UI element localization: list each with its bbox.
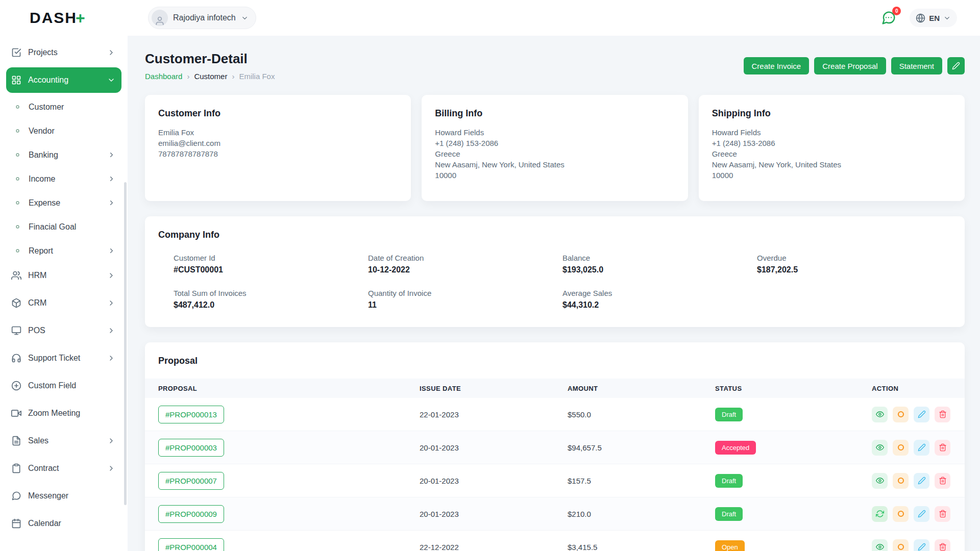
sidebar-item-projects[interactable]: Projects [6, 40, 121, 65]
sidebar-item-custom-field[interactable]: Custom Field [6, 373, 121, 398]
proposal-id-link[interactable]: #PROP000013 [158, 406, 224, 423]
sidebar-item-accounting[interactable]: Accounting [6, 67, 121, 93]
breadcrumb-separator [232, 72, 234, 81]
messages-button[interactable]: 0 [881, 10, 896, 26]
breadcrumb-customer-link[interactable]: Customer [194, 72, 227, 81]
sidebar-item-support-ticket[interactable]: Support Ticket [6, 345, 121, 371]
shipping-info-lines: Howard Fields +1 (248) 153-2086 Greece N… [712, 127, 951, 181]
breadcrumb-separator [187, 72, 189, 81]
convert-to-invoice-button[interactable] [893, 506, 909, 522]
convert-to-invoice-button[interactable] [893, 539, 909, 551]
view-proposal-button[interactable] [872, 539, 888, 551]
trash-icon [939, 477, 947, 485]
billing-info-lines: Howard Fields +1 (248) 153-2086 Greece N… [435, 127, 674, 181]
sidebar-item-financial-goal[interactable]: Finacial Goal [6, 215, 121, 239]
sidebar: DASH+ Projects Accounting Customer Vendo… [0, 0, 128, 551]
globe-icon [916, 13, 925, 23]
sidebar-item-income[interactable]: Income [6, 167, 121, 191]
edit-proposal-button[interactable] [914, 539, 929, 551]
field-label: Date of Creation [368, 254, 562, 262]
users-icon [11, 270, 21, 281]
language-label: EN [929, 14, 940, 22]
chevron-down-icon [241, 14, 249, 22]
amount-cell: $550.0 [568, 410, 715, 419]
sidebar-item-pos[interactable]: POS [6, 318, 121, 343]
proposal-id-link[interactable]: #PROP000004 [158, 538, 224, 551]
dot-icon [13, 174, 22, 183]
edit-customer-button[interactable] [947, 57, 965, 74]
language-selector[interactable]: EN [910, 9, 957, 27]
create-invoice-button[interactable]: Create Invoice [744, 57, 810, 74]
sidebar-item-vendor[interactable]: Vendor [6, 119, 121, 143]
column-header-amount: AMOUNT [568, 385, 715, 392]
field-label: Average Sales [562, 289, 757, 297]
sidebar-item-label: Customer [29, 103, 115, 112]
sidebar-item-expense[interactable]: Expense [6, 191, 121, 215]
status-badge: Draft [715, 507, 743, 521]
sidebar-item-sales[interactable]: Sales [6, 428, 121, 454]
column-header-status: STATUS [715, 385, 872, 392]
edit-proposal-button[interactable] [914, 407, 929, 422]
converted-proposal-button[interactable] [872, 506, 888, 522]
view-proposal-button[interactable] [872, 440, 888, 456]
sidebar-item-label: Banking [29, 151, 101, 160]
field-label: Balance [562, 254, 757, 262]
sidebar-item-calendar[interactable]: Calendar [6, 511, 121, 536]
circle-icon [897, 510, 905, 518]
amount-cell: $94,657.5 [568, 443, 715, 452]
pencil-icon [918, 410, 926, 418]
headphones-icon [11, 353, 21, 363]
edit-proposal-button[interactable] [914, 506, 929, 522]
sidebar-item-crm[interactable]: CRM [6, 290, 121, 316]
delete-proposal-button[interactable] [935, 473, 950, 489]
sidebar-item-label: Vendor [29, 127, 115, 136]
workspace-label: Rajodiya infotech [173, 13, 236, 22]
sidebar-item-customer[interactable]: Customer [6, 95, 121, 119]
column-header-issue-date: ISSUE DATE [420, 385, 568, 392]
view-proposal-button[interactable] [872, 407, 888, 422]
logo-text: DASH [30, 9, 77, 27]
app-logo[interactable]: DASH+ [6, 0, 121, 36]
company-info-card: Company Info Customer Id #CUST00001 Date… [145, 216, 965, 327]
delete-proposal-button[interactable] [935, 506, 950, 522]
view-proposal-button[interactable] [872, 473, 888, 489]
convert-to-invoice-button[interactable] [893, 440, 909, 456]
grid-icon [11, 75, 21, 85]
billing-name: Howard Fields [435, 127, 674, 138]
billing-phone: +1 (248) 153-2086 [435, 138, 674, 148]
sidebar-item-contract[interactable]: Contract [6, 456, 121, 481]
trash-icon [939, 443, 947, 452]
delete-proposal-button[interactable] [935, 539, 950, 551]
circle-icon [897, 410, 905, 418]
sidebar-item-label: Income [29, 174, 101, 184]
proposal-id-link[interactable]: #PROP000003 [158, 439, 224, 457]
convert-to-invoice-button[interactable] [893, 473, 909, 489]
statement-button[interactable]: Statement [891, 57, 942, 74]
proposal-card: Proposal PROPOSAL ISSUE DATE AMOUNT STAT… [145, 342, 965, 551]
card-title: Billing Info [435, 108, 674, 119]
proposal-id-link[interactable]: #PROP000009 [158, 505, 224, 523]
shipping-zip: 10000 [712, 170, 951, 181]
calendar-icon [11, 518, 21, 529]
edit-proposal-button[interactable] [914, 440, 929, 456]
sidebar-scrollbar[interactable] [124, 182, 127, 505]
sidebar-nav: Projects Accounting Customer Vendor Bank… [6, 40, 121, 536]
status-badge: Accepted [715, 441, 756, 455]
create-proposal-button[interactable]: Create Proposal [814, 57, 886, 74]
sidebar-item-banking[interactable]: Banking [6, 143, 121, 167]
sidebar-item-report[interactable]: Report [6, 239, 121, 263]
row-actions [872, 506, 951, 522]
delete-proposal-button[interactable] [935, 440, 950, 456]
edit-proposal-button[interactable] [914, 473, 929, 489]
page-actions: Create Invoice Create Proposal Statement [744, 57, 965, 74]
breadcrumb-dashboard-link[interactable]: Dashboard [145, 72, 182, 81]
delete-proposal-button[interactable] [935, 407, 950, 422]
workspace-selector[interactable]: Rajodiya infotech [148, 7, 256, 29]
sidebar-item-messenger[interactable]: Messenger [6, 483, 121, 509]
sidebar-item-zoom-meeting[interactable]: Zoom Meeting [6, 400, 121, 426]
file-icon [11, 436, 21, 446]
convert-to-invoice-button[interactable] [893, 407, 909, 422]
sidebar-item-hrm[interactable]: HRM [6, 263, 121, 288]
sidebar-item-label: CRM [28, 298, 101, 308]
proposal-id-link[interactable]: #PROP000007 [158, 472, 224, 490]
